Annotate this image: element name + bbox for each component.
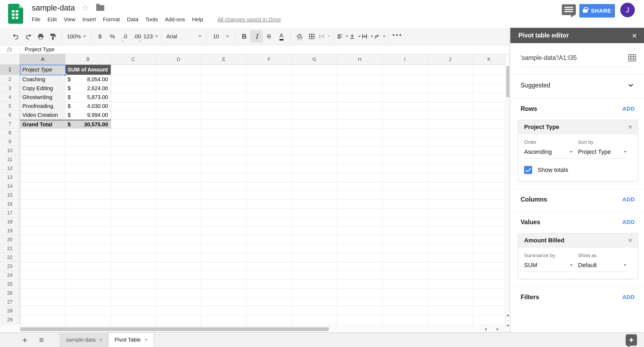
add-sheet-button[interactable]: + <box>19 335 31 345</box>
filters-add-button[interactable]: ADD <box>622 294 635 300</box>
fill-handle[interactable] <box>64 74 67 76</box>
row-header[interactable]: 24 <box>0 271 20 280</box>
horizontal-scrollbar-thumb[interactable] <box>20 327 329 331</box>
chevron-down-icon[interactable] <box>145 339 147 341</box>
pivot-row-label-cell[interactable]: Proofreading <box>20 102 65 111</box>
pivot-row-value-cell[interactable]: $ 8,054.00 <box>65 75 111 84</box>
scroll-left-button[interactable] <box>482 326 489 332</box>
select-data-range-icon[interactable] <box>627 53 637 63</box>
summarize-by-select[interactable]: SUM <box>524 262 573 272</box>
row-header[interactable]: 15 <box>0 191 20 200</box>
chevron-down-icon[interactable] <box>627 81 635 89</box>
row-header[interactable]: 11 <box>0 155 20 164</box>
close-icon[interactable]: × <box>628 237 632 244</box>
row-header[interactable]: 14 <box>0 182 20 191</box>
menu-item[interactable]: View <box>60 15 79 24</box>
column-header[interactable]: J <box>428 54 473 65</box>
chevron-down-icon[interactable] <box>99 339 102 341</box>
row-header[interactable]: 29 <box>0 315 20 324</box>
row-header[interactable]: 18 <box>0 217 20 226</box>
close-icon[interactable]: × <box>632 31 637 40</box>
bold-button[interactable]: B <box>238 30 250 43</box>
rows-add-button[interactable]: ADD <box>622 106 635 112</box>
folder-icon[interactable] <box>96 5 104 11</box>
column-header[interactable]: C <box>111 54 156 65</box>
star-icon[interactable]: ☆ <box>82 4 89 12</box>
avatar[interactable]: J <box>620 3 635 17</box>
text-color-button[interactable]: A <box>275 30 288 43</box>
zoom-select[interactable]: 100% <box>65 30 88 43</box>
vertical-scrollbar[interactable] <box>505 54 510 332</box>
print-button[interactable] <box>34 30 47 43</box>
row-header[interactable]: 23 <box>0 262 20 271</box>
menu-item[interactable]: Format <box>99 15 123 24</box>
row-header[interactable]: 8 <box>0 128 20 137</box>
row-header[interactable]: 5 <box>0 102 20 111</box>
show-totals-checkbox[interactable] <box>524 166 532 174</box>
document-title[interactable]: sample-data <box>32 4 75 12</box>
menu-item[interactable]: Data <box>123 15 142 24</box>
column-header[interactable]: B <box>65 54 111 65</box>
pivot-row-value-cell[interactable]: $ 4,030.00 <box>65 102 111 111</box>
row-header[interactable]: 25 <box>0 280 20 289</box>
formula-bar[interactable]: fx Project Type <box>0 45 510 54</box>
grand-total-value-cell[interactable]: $ 30,575.00 <box>65 120 111 128</box>
increase-decimal-button[interactable]: .00→ <box>131 30 143 43</box>
pivot-row-value-cell[interactable]: $ 2,624.00 <box>65 84 111 93</box>
vertical-align-button[interactable] <box>348 30 361 43</box>
row-header[interactable]: 4 <box>0 93 20 102</box>
column-header[interactable]: A <box>20 54 65 65</box>
row-header[interactable]: 20 <box>0 235 20 244</box>
grand-total-label-cell[interactable]: Grand Total <box>20 120 65 128</box>
row-header[interactable]: 7 <box>0 120 20 128</box>
paint-format-button[interactable] <box>47 30 59 43</box>
merge-cells-button[interactable] <box>318 30 330 43</box>
fill-color-button[interactable] <box>293 30 306 43</box>
menu-item[interactable]: File <box>28 15 44 24</box>
column-header[interactable]: D <box>156 54 201 65</box>
row-header[interactable]: 12 <box>0 164 20 173</box>
suggested-section[interactable]: Suggested <box>510 74 644 96</box>
order-select[interactable]: Ascending <box>524 148 573 158</box>
share-button[interactable]: SHARE <box>579 4 615 18</box>
row-header[interactable]: 19 <box>0 226 20 235</box>
row-header[interactable]: 1 <box>0 65 20 75</box>
row-header[interactable]: 3 <box>0 84 20 93</box>
menu-item[interactable]: Help <box>189 15 207 24</box>
pivot-value-header-cell[interactable]: SUM of Amount <box>65 65 111 75</box>
sort-by-select[interactable]: Project Type <box>578 148 626 158</box>
text-wrap-button[interactable] <box>361 30 373 43</box>
select-all-corner[interactable] <box>0 54 20 65</box>
menu-item[interactable]: Edit <box>44 15 60 24</box>
column-header[interactable]: E <box>201 54 247 65</box>
column-header[interactable]: K <box>473 54 505 65</box>
row-header[interactable]: 10 <box>0 146 20 155</box>
explore-button[interactable] <box>626 334 637 346</box>
borders-button[interactable] <box>306 30 318 43</box>
pivot-row-label-cell[interactable]: Ghostwriting <box>20 93 65 102</box>
pivot-row-label-cell[interactable]: Video Creation <box>20 111 65 120</box>
column-header[interactable]: H <box>337 54 382 65</box>
pivot-row-value-cell[interactable]: $ 9,994.00 <box>65 111 111 120</box>
text-rotation-button[interactable] <box>373 30 386 43</box>
row-header[interactable]: 17 <box>0 209 20 217</box>
font-size-select[interactable]: 10 <box>210 30 232 43</box>
strikethrough-button[interactable]: S <box>263 30 275 43</box>
pivot-row-label-cell[interactable]: Copy Editing <box>20 84 65 93</box>
data-range-value[interactable]: 'sample-data'!A1:I35 <box>521 54 577 62</box>
sheet-tab[interactable]: Pivot Table <box>108 333 153 347</box>
values-add-button[interactable]: ADD <box>622 219 635 225</box>
row-header[interactable]: 2 <box>0 75 20 84</box>
undo-button[interactable] <box>10 30 22 43</box>
horizontal-scrollbar[interactable] <box>0 326 505 332</box>
pivot-row-label-cell[interactable]: Coaching <box>20 75 65 84</box>
row-header[interactable]: 21 <box>0 244 20 253</box>
format-currency-button[interactable]: $ <box>94 30 106 43</box>
scroll-down-button[interactable] <box>505 321 510 331</box>
save-status-link[interactable]: All changes saved in Drive <box>217 16 281 23</box>
show-as-select[interactable]: Default <box>578 262 626 272</box>
menu-item[interactable]: Tools <box>142 15 161 24</box>
more-toolbar-button[interactable]: ••• <box>391 30 404 43</box>
all-sheets-button[interactable]: ≡ <box>36 336 47 344</box>
grid-body[interactable]: Project Type SUM of Amount Coaching $ 8,… <box>20 65 505 326</box>
